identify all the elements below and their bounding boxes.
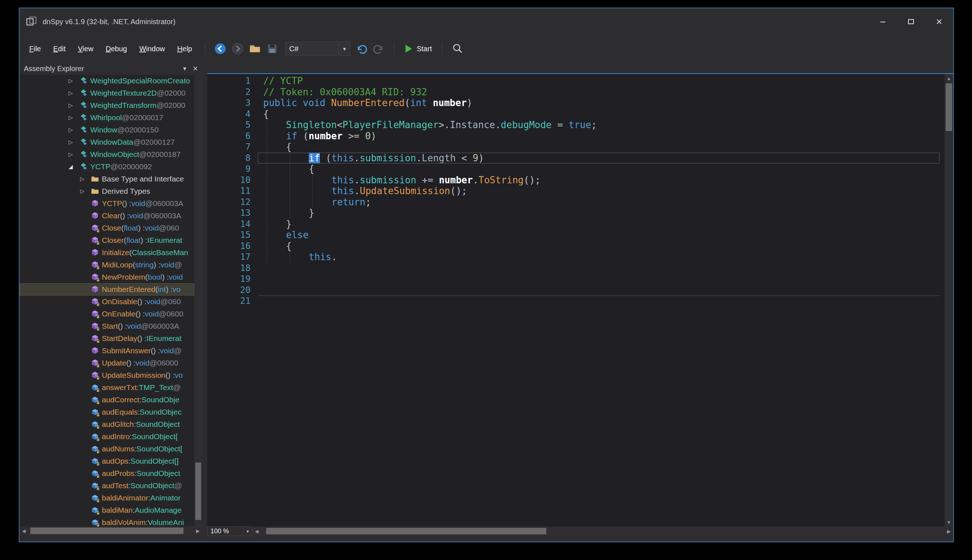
- tree-item[interactable]: Update() : void @06000: [20, 357, 194, 369]
- panel-caret-icon[interactable]: ▾: [183, 65, 186, 73]
- menu-window[interactable]: Window: [133, 41, 171, 57]
- code-line[interactable]: 13}: [207, 207, 945, 219]
- code-line[interactable]: 16{: [207, 241, 945, 252]
- code-line[interactable]: 11this.UpdateSubmission();: [207, 185, 945, 197]
- menu-edit[interactable]: Edit: [47, 41, 72, 57]
- expander-collapsed[interactable]: ▷: [68, 114, 79, 121]
- tree-item[interactable]: ▷Window @02000150: [20, 124, 194, 136]
- close-button[interactable]: [925, 8, 953, 35]
- tree-item[interactable]: ▷WeightedSpecialRoomCreato: [20, 75, 194, 87]
- menu-help[interactable]: Help: [171, 41, 198, 57]
- expander-collapsed[interactable]: ▷: [68, 90, 79, 96]
- code-line[interactable]: 18: [207, 263, 945, 274]
- tree-item[interactable]: Initialize(ClassicBaseMan: [20, 247, 194, 259]
- tree-item[interactable]: MidiLoop(string) : void @: [20, 259, 194, 271]
- code-line[interactable]: 17this.: [207, 252, 945, 263]
- tree-vertical-scrollbar-thumb[interactable]: [195, 463, 201, 520]
- expander-collapsed[interactable]: ▷: [68, 127, 79, 133]
- code-line[interactable]: 5Singleton<PlayerFileManager>.Instance.d…: [207, 120, 945, 131]
- expander-expanded[interactable]: ◢: [68, 163, 79, 170]
- expander-collapsed[interactable]: ▷: [80, 188, 91, 195]
- scroll-right-icon[interactable]: ▶: [945, 527, 953, 535]
- tree-vertical-scrollbar[interactable]: [194, 75, 202, 527]
- tree-item[interactable]: ▷WeightedTransform @02000: [20, 99, 194, 112]
- tree-item[interactable]: OnEnable() : void @0600: [20, 308, 194, 320]
- scroll-left-icon[interactable]: ◀: [20, 527, 28, 535]
- editor-vertical-scrollbar[interactable]: ▲ ▼: [945, 74, 953, 527]
- scroll-up-icon[interactable]: ▲: [945, 74, 953, 83]
- tree-item[interactable]: ▷Derived Types: [20, 185, 194, 197]
- code-line[interactable]: 15else: [207, 230, 945, 241]
- panel-close-icon[interactable]: ×: [193, 63, 198, 73]
- editor-horizontal-scrollbar-thumb[interactable]: [266, 528, 546, 534]
- forward-button[interactable]: [231, 43, 244, 55]
- code-line[interactable]: 20: [207, 285, 945, 296]
- tree-item[interactable]: Clear() : void @060003A: [20, 210, 194, 222]
- code-line[interactable]: 21: [207, 295, 945, 307]
- tree-item[interactable]: ▷WeightedTexture2D @02000: [20, 87, 194, 99]
- menu-file[interactable]: File: [23, 41, 47, 57]
- expander-collapsed[interactable]: ▷: [68, 139, 79, 145]
- tree-item[interactable]: ▷Base Type and Interface: [20, 173, 194, 185]
- tree-item[interactable]: SubmitAnswer() : void @: [20, 345, 194, 357]
- tree-item[interactable]: Close(float) : void @060: [20, 222, 194, 234]
- tree-item[interactable]: audCorrect : SoundObje: [20, 394, 194, 406]
- undo-button[interactable]: [355, 43, 367, 55]
- start-button[interactable]: Start: [401, 42, 436, 55]
- tree-item[interactable]: audGlitch : SoundObject: [20, 418, 194, 430]
- tree-item[interactable]: Closer(float) : IEnumerat: [20, 234, 194, 247]
- code-line[interactable]: 14}: [207, 219, 945, 230]
- code-line[interactable]: 12return;: [207, 197, 945, 208]
- tree-item[interactable]: audOps : SoundObject[]: [20, 455, 194, 467]
- tree-item[interactable]: ◢YCTP @02000092: [20, 160, 194, 173]
- tree-item[interactable]: audNums : SoundObject[: [20, 443, 194, 455]
- expander-collapsed[interactable]: ▷: [68, 102, 79, 108]
- open-button[interactable]: [249, 43, 261, 55]
- code-line[interactable]: 3public void NumberEntered(int number): [207, 97, 945, 108]
- tree-item[interactable]: audTest : SoundObject @: [20, 480, 194, 492]
- scroll-down-icon[interactable]: ▼: [945, 518, 953, 527]
- scroll-right-icon[interactable]: ▶: [194, 527, 202, 535]
- tree-horizontal-scrollbar-thumb[interactable]: [30, 528, 184, 534]
- zoom-combobox[interactable]: 100 % ▾: [207, 527, 252, 536]
- code-editor[interactable]: 1// YCTP2// Token: 0x060003A4 RID: 9323p…: [207, 74, 945, 527]
- code-line[interactable]: 1// YCTP: [207, 75, 945, 87]
- tree-item[interactable]: audIntro : SoundObject[: [20, 430, 194, 443]
- menu-view[interactable]: View: [72, 41, 100, 57]
- tree-item[interactable]: UpdateSubmission() : vo: [20, 369, 194, 382]
- minimize-button[interactable]: [869, 8, 897, 35]
- expander-collapsed[interactable]: ▷: [80, 176, 91, 182]
- tree-item[interactable]: ▷WindowObject @02000187: [20, 148, 194, 160]
- tree-item[interactable]: NewProblem(bool) : void: [20, 271, 194, 283]
- tree-item[interactable]: ▷WindowData @02000127: [20, 136, 194, 148]
- tree-item[interactable]: baldiAnimator : Animator: [20, 492, 194, 504]
- tree-horizontal-scrollbar[interactable]: ◀ ▶: [20, 527, 202, 535]
- redo-button[interactable]: [372, 43, 385, 55]
- editor-horizontal-scrollbar[interactable]: ◀ ▶: [252, 527, 953, 535]
- tree-item[interactable]: baldiVolAnim : VolumeAni: [20, 516, 194, 527]
- tree-item[interactable]: YCTP() : void @060003A: [20, 197, 194, 210]
- expander-collapsed[interactable]: ▷: [68, 78, 79, 84]
- code-line[interactable]: 10this.submission += number.ToString();: [207, 175, 945, 186]
- tree-item[interactable]: OnDisable() : void @060: [20, 295, 194, 308]
- tree-item[interactable]: Start() : void @060003A: [20, 320, 194, 332]
- tree-item[interactable]: baldiMan : AudioManage: [20, 504, 194, 516]
- scroll-left-icon[interactable]: ◀: [252, 527, 261, 535]
- tree-item[interactable]: StartDelay() : IEnumerat: [20, 332, 194, 345]
- code-line[interactable]: 9{: [207, 163, 945, 175]
- tree-item[interactable]: answerTxt : TMP_Text @: [20, 382, 194, 394]
- tree-item[interactable]: audEquals : SoundObjec: [20, 406, 194, 418]
- code-line[interactable]: 6if (number >= 0): [207, 131, 945, 142]
- tree-item[interactable]: ▷Whirlpool @02000017: [20, 112, 194, 124]
- editor-vertical-scrollbar-thumb[interactable]: [946, 83, 952, 131]
- tree-item[interactable]: audProbs : SoundObject: [20, 467, 194, 480]
- code-line[interactable]: 2// Token: 0x060003A4 RID: 932: [207, 87, 945, 98]
- search-button[interactable]: [451, 43, 464, 55]
- back-button[interactable]: [214, 43, 226, 55]
- menu-debug[interactable]: Debug: [100, 41, 133, 57]
- code-line[interactable]: 7{: [207, 142, 945, 153]
- tree-item[interactable]: NumberEntered(int) : vo: [20, 283, 194, 295]
- dropdown-caret-icon[interactable]: ▾: [339, 42, 350, 55]
- language-combobox[interactable]: C# ▾: [285, 42, 350, 56]
- code-line-current[interactable]: 8if (this.submission.Length < 9): [207, 153, 945, 164]
